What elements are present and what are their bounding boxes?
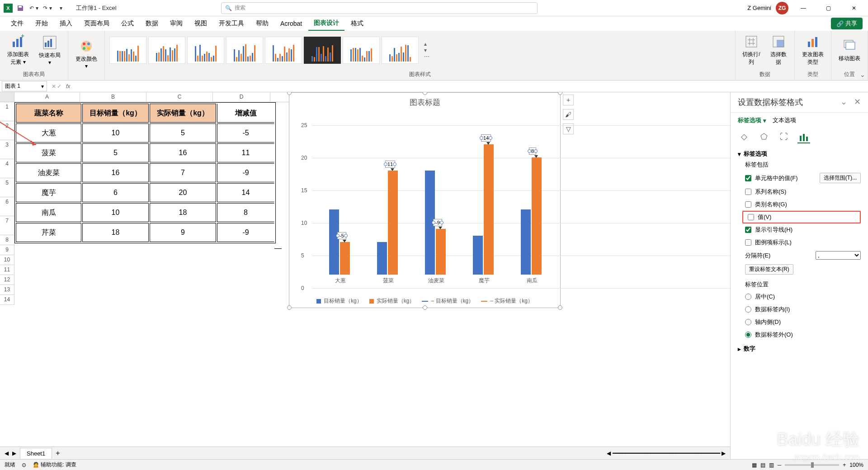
maximize-button[interactable]: ▢ bbox=[818, 0, 839, 16]
switch-row-col-button[interactable]: 切换行/列 bbox=[739, 33, 764, 68]
formula-input[interactable] bbox=[72, 85, 868, 87]
fx-icon[interactable]: fx bbox=[64, 83, 72, 90]
pane-title: 设置数据标签格式 bbox=[738, 97, 803, 108]
cancel-formula-icon[interactable]: ✕ bbox=[52, 83, 56, 90]
col-header[interactable]: A bbox=[14, 92, 80, 102]
col-header[interactable]: B bbox=[80, 92, 146, 102]
svg-rect-13 bbox=[746, 36, 757, 47]
accept-formula-icon[interactable]: ✓ bbox=[57, 83, 61, 90]
checkbox-series-name[interactable] bbox=[745, 189, 751, 195]
chart-object[interactable]: + 🖌 ▽ 图表标题 0510152025大葱-5菠菜11油麦菜-9魔芋14南瓜… bbox=[289, 92, 561, 308]
macro-rec-icon[interactable]: ⊙ bbox=[22, 462, 26, 468]
quick-layout-button[interactable]: 快速布局 ▾ bbox=[35, 33, 64, 67]
tab-chart-design[interactable]: 图表设计 bbox=[308, 16, 344, 31]
svg-rect-18 bbox=[815, 37, 817, 47]
tab-format[interactable]: 格式 bbox=[345, 17, 369, 30]
tab-view[interactable]: 视图 bbox=[189, 17, 212, 30]
svg-rect-22 bbox=[803, 134, 805, 141]
avatar[interactable]: ZG bbox=[776, 2, 788, 14]
col-header[interactable]: C bbox=[146, 92, 213, 102]
ribbon: + 添加图表元素 ▾ 快速布局 ▾ 图表布局 更改颜色 ▾ ▴▾⋯ 图表样式 bbox=[0, 31, 868, 81]
data-table[interactable]: 蔬菜名称 目标销量（kg） 实际销量（kg） 增减值 大葱105-5菠菜5161… bbox=[14, 102, 276, 243]
sheet-tab[interactable]: Sheet1 bbox=[20, 448, 52, 459]
col-header[interactable]: D bbox=[213, 92, 270, 102]
checkbox-category-name[interactable] bbox=[745, 201, 751, 208]
move-chart-button[interactable]: 移动图表 bbox=[835, 37, 864, 64]
radio-outside[interactable] bbox=[745, 332, 751, 338]
radio-inside-end[interactable] bbox=[745, 306, 751, 313]
excel-app-icon: X bbox=[4, 4, 13, 13]
select-data-button[interactable]: 选择数据 bbox=[766, 33, 791, 68]
group-chart-layout-label: 图表布局 bbox=[0, 70, 68, 80]
separator-select[interactable]: , bbox=[816, 251, 861, 260]
tab-insert[interactable]: 插入 bbox=[54, 17, 78, 30]
tab-acrobat[interactable]: Acrobat bbox=[275, 17, 307, 30]
chart-plot-area[interactable]: 0510152025大葱-5菠菜11油麦菜-9魔芋14南瓜8 bbox=[312, 112, 553, 288]
tab-data[interactable]: 数据 bbox=[140, 17, 164, 30]
tab-review[interactable]: 审阅 bbox=[165, 17, 188, 30]
label-options-icon[interactable] bbox=[797, 131, 810, 143]
close-button[interactable]: ✕ bbox=[844, 0, 864, 16]
tab-file[interactable]: 文件 bbox=[5, 17, 29, 30]
reset-label-button[interactable]: 重设标签文本(R) bbox=[745, 264, 793, 275]
collapse-ribbon-icon[interactable]: ⌄ bbox=[860, 71, 865, 78]
select-range-button[interactable]: 选择范围(T)... bbox=[820, 173, 861, 183]
tab-home[interactable]: 开始 bbox=[30, 17, 53, 30]
chart-style-gallery[interactable] bbox=[108, 37, 420, 64]
change-colors-button[interactable]: 更改颜色 ▾ bbox=[72, 37, 101, 71]
checkbox-cell-value[interactable] bbox=[745, 175, 751, 181]
svg-point-9 bbox=[83, 43, 85, 45]
tab-devtools[interactable]: 开发工具 bbox=[213, 17, 250, 30]
fill-line-icon[interactable]: ◇ bbox=[738, 131, 750, 143]
redo-icon[interactable]: ↷ ▾ bbox=[42, 2, 53, 14]
view-pagelayout-icon[interactable]: ▤ bbox=[760, 462, 765, 468]
chart-title[interactable]: 图表标题 bbox=[289, 93, 560, 109]
svg-point-8 bbox=[81, 41, 92, 52]
chart-elements-flyout-icon[interactable]: + bbox=[563, 95, 574, 105]
section-label-options[interactable]: ▾ 标签选项 bbox=[738, 150, 861, 158]
add-sheet-icon[interactable]: + bbox=[56, 449, 60, 457]
pane-tab-text-options[interactable]: 文本选项 bbox=[773, 116, 796, 124]
effects-icon[interactable]: ⬠ bbox=[758, 131, 770, 143]
name-box[interactable]: 图表 1▾ bbox=[2, 81, 47, 91]
search-input[interactable]: 🔍 搜索 bbox=[221, 2, 538, 14]
spreadsheet-grid[interactable]: A B C D E F G H I J 1234567891011121314 … bbox=[0, 92, 730, 446]
section-number[interactable]: ▸ 数字 bbox=[738, 345, 861, 353]
close-pane-icon[interactable]: ✕ bbox=[854, 97, 861, 106]
sheet-next-icon[interactable]: ▶ bbox=[12, 450, 16, 456]
tab-formulas[interactable]: 公式 bbox=[116, 17, 139, 30]
window-title: 工作簿1 - Excel bbox=[76, 4, 117, 12]
pane-tab-label-options[interactable]: 标签选项 ▾ bbox=[738, 116, 766, 124]
accessibility-status[interactable]: 🙍 辅助功能: 调查 bbox=[33, 461, 76, 469]
add-chart-element-button[interactable]: + 添加图表元素 ▾ bbox=[4, 33, 33, 68]
zoom-out-icon[interactable]: ─ bbox=[778, 462, 782, 468]
size-properties-icon[interactable]: ⛶ bbox=[778, 131, 790, 143]
svg-point-10 bbox=[87, 43, 90, 45]
share-button[interactable]: 🔗 共享 bbox=[831, 18, 863, 29]
qat-more-icon[interactable]: ▾ bbox=[55, 2, 67, 14]
sheet-prev-icon[interactable]: ◀ bbox=[5, 450, 9, 456]
view-pagebreak-icon[interactable]: ▥ bbox=[769, 462, 774, 468]
view-normal-icon[interactable]: ▦ bbox=[752, 462, 757, 468]
change-chart-type-button[interactable]: 更改图表类型 bbox=[798, 33, 827, 68]
undo-icon[interactable]: ↶ ▾ bbox=[28, 2, 40, 14]
zoom-slider[interactable] bbox=[785, 464, 839, 466]
zoom-in-icon[interactable]: + bbox=[843, 462, 846, 468]
tab-help[interactable]: 帮助 bbox=[250, 17, 274, 30]
radio-center[interactable] bbox=[745, 294, 751, 300]
chart-style-more-icon[interactable]: ▴▾⋯ bbox=[422, 41, 431, 60]
chart-styles-flyout-icon[interactable]: 🖌 bbox=[563, 109, 574, 120]
radio-inside-base[interactable] bbox=[745, 319, 751, 325]
tab-pagelayout[interactable]: 页面布局 bbox=[79, 17, 115, 30]
minimize-button[interactable]: — bbox=[793, 0, 814, 16]
zoom-level[interactable]: 100% bbox=[849, 462, 863, 468]
svg-text:+: + bbox=[21, 34, 24, 39]
select-all-corner[interactable] bbox=[0, 92, 14, 102]
chart-legend[interactable]: 目标销量（kg） 实际销量（kg） – 目标销量（kg） – 实际销量（kg） bbox=[289, 297, 560, 305]
checkbox-value[interactable] bbox=[748, 214, 754, 220]
tick-mark: — bbox=[271, 244, 285, 252]
checkbox-legend-key[interactable] bbox=[745, 239, 751, 246]
status-bar: 就绪 ⊙ 🙍 辅助功能: 调查 ▦ ▤ ▥ ─ + 100% bbox=[0, 459, 868, 470]
save-icon[interactable] bbox=[14, 2, 26, 14]
checkbox-leader-lines[interactable] bbox=[745, 227, 751, 233]
